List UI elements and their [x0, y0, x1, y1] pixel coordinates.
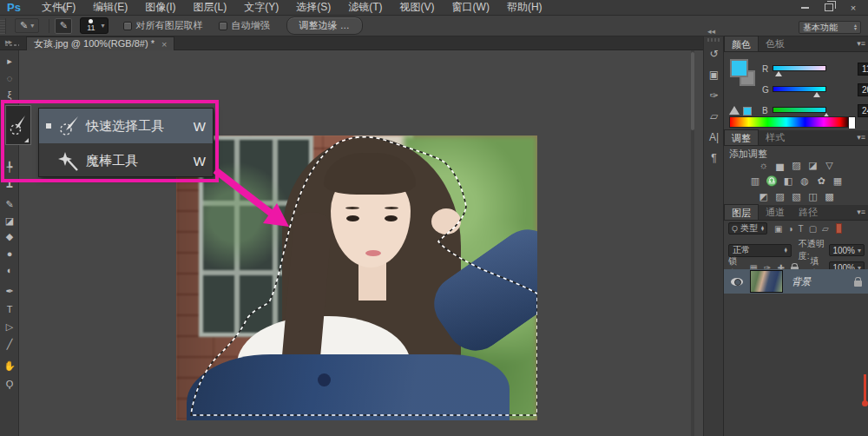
adjustment-icon[interactable]: ▨ [788, 158, 805, 172]
menu-item[interactable]: 滤镜(T) [339, 1, 391, 13]
adjustment-icon[interactable]: ▥ [747, 174, 764, 188]
menu-item[interactable]: 图像(I) [136, 1, 184, 13]
layer-thumbnail[interactable] [750, 270, 783, 293]
path-select-tool[interactable]: ▷ [0, 320, 19, 334]
adjustment-icon[interactable]: ✿ [813, 174, 830, 188]
channel-slider[interactable] [773, 86, 826, 92]
brush-size-picker[interactable]: 11 ▾ [80, 17, 108, 34]
tab-color[interactable]: 颜色 [724, 36, 759, 51]
tab-paths[interactable]: 路径 [792, 204, 825, 220]
paragraph-panel-icon[interactable]: ¶ [704, 148, 724, 168]
clone-source-panel-icon[interactable]: ▱ [704, 106, 724, 127]
menu-item[interactable]: 帮助(H) [498, 1, 551, 13]
hand-tool[interactable]: ✋ [0, 359, 19, 373]
color-spectrum-ramp[interactable] [729, 116, 856, 128]
layer-filter-icon[interactable]: ▢ [809, 224, 817, 234]
close-button[interactable]: × [842, 1, 865, 14]
layer-filter-icon[interactable]: ▱ [822, 224, 829, 234]
tool-preset-picker[interactable]: ✎ ▾ [15, 18, 39, 33]
adjustment-icon[interactable]: ▽ [821, 158, 838, 172]
adjustment-icon[interactable]: ▅ [772, 158, 788, 172]
checkbox-icon[interactable] [123, 22, 132, 30]
panel-menu-icon[interactable]: ▾≡ [857, 133, 865, 142]
quick-selection-tool-button[interactable] [5, 105, 31, 145]
line-tool[interactable]: ╱ [0, 337, 19, 352]
type-tool[interactable]: T [0, 302, 19, 317]
menu-item[interactable]: 文字(Y) [235, 1, 287, 13]
tab-channels[interactable]: 通道 [759, 204, 792, 220]
menu-item[interactable]: 窗口(W) [444, 1, 498, 13]
gamut-warning-icon[interactable] [729, 106, 740, 115]
canvas-scrollbar[interactable] [691, 50, 694, 436]
collapse-panels-icon[interactable]: ◂◂ [707, 27, 715, 36]
layer-filter-icon[interactable]: ▣ [774, 224, 782, 234]
pen-tool[interactable]: ✒ [0, 284, 19, 299]
tab-swatches[interactable]: 色板 [759, 36, 792, 51]
tool-flyout-item[interactable]: 魔棒工具 W [39, 143, 213, 178]
adjustment-icon[interactable]: ☼ [755, 158, 772, 172]
checkbox-icon[interactable] [219, 22, 227, 30]
tab-adjustments[interactable]: 调整 [724, 129, 759, 145]
panel-menu-icon[interactable]: ▾≡ [857, 39, 865, 48]
paint-bucket-tool[interactable]: ◆ [0, 229, 19, 244]
dodge-tool[interactable]: ◐ [0, 263, 19, 278]
adjustment-icon[interactable]: ♎ [764, 174, 780, 188]
restore-button[interactable] [818, 1, 840, 14]
minimize-button[interactable] [793, 1, 816, 14]
auto-enhance-checkbox[interactable]: 自动增强 [219, 19, 270, 32]
clone-stamp-tool[interactable]: ┻ [0, 180, 19, 195]
adjustment-icon[interactable]: ◪ [805, 158, 821, 172]
move-tool[interactable]: ▸ [0, 54, 19, 69]
document-image[interactable] [176, 135, 537, 420]
crop-tool[interactable]: ╄ [0, 160, 19, 175]
channel-slider[interactable] [773, 107, 826, 113]
foreground-color-swatch[interactable] [730, 59, 748, 77]
menu-item[interactable]: 视图(V) [391, 1, 444, 13]
workspace-switcher[interactable]: 基本功能 ▴▾ [799, 21, 861, 34]
actions-panel-icon[interactable]: ▣ [704, 64, 724, 85]
zoom-tool[interactable]: Ϙ [0, 377, 19, 392]
tool-flyout-item[interactable]: 快速选择工具 W [39, 109, 213, 143]
opacity-field[interactable]: 100% ▾ [829, 244, 865, 256]
history-panel-icon[interactable]: ↺ [704, 43, 724, 64]
gamut-color-swatch[interactable] [743, 107, 752, 116]
filter-toggle-icon[interactable] [836, 223, 842, 234]
blur-tool[interactable]: ● [0, 247, 19, 261]
sample-all-layers-checkbox[interactable]: 对所有图层取样 [123, 19, 203, 32]
new-selection-brush-icon[interactable]: ✎ [55, 3, 72, 18]
adjustment-icon[interactable]: ▦ [830, 174, 846, 188]
adjustment-icon[interactable]: ◧ [780, 174, 797, 188]
menu-item[interactable]: 选择(S) [287, 1, 339, 13]
add-selection-brush-icon[interactable]: ✎ [55, 18, 72, 34]
menu-item[interactable]: 图层(L) [185, 1, 236, 13]
layer-filter-icon[interactable]: T [799, 224, 804, 234]
adjustment-icon[interactable]: ▩ [821, 189, 838, 203]
adjustment-icon[interactable]: ◩ [755, 189, 772, 203]
adjustment-icon[interactable]: ◍ [797, 174, 813, 188]
adjustment-icon[interactable]: ▨ [772, 189, 788, 203]
adjustment-icon[interactable]: ▧ [788, 189, 805, 203]
channel-value-field[interactable]: 200 [858, 83, 868, 96]
channel-value-field[interactable]: 247 [858, 104, 868, 117]
eraser-tool[interactable]: ◪ [0, 214, 19, 228]
layer-visibility-eye-icon[interactable] [731, 278, 743, 286]
tab-layers[interactable]: 图层 [724, 204, 759, 220]
brush-tool[interactable]: ✎ [0, 197, 19, 212]
tab-styles[interactable]: 样式 [759, 129, 792, 145]
layer-filter-type-select[interactable]: Ϙ 类型 ▴▾ [728, 222, 767, 235]
slider-thumb-icon[interactable] [813, 92, 820, 97]
channel-slider[interactable] [773, 65, 826, 71]
marquee-tool[interactable]: ◌ [0, 71, 19, 86]
tab-close-icon[interactable]: × [161, 39, 167, 50]
scrollbar-thumb[interactable] [691, 52, 694, 130]
layer-filter-icon[interactable]: ◑ [787, 224, 792, 234]
panel-menu-icon[interactable]: ▾≡ [857, 208, 865, 216]
lasso-tool[interactable]: ξ [0, 88, 19, 102]
layer-row-background[interactable]: 背景 [724, 269, 868, 294]
menu-item[interactable]: 编辑(E) [84, 1, 136, 13]
channel-value-field[interactable]: 11 [858, 63, 868, 76]
document-tab[interactable]: 女孩.jpg @ 100%(RGB/8#) * × [26, 36, 174, 50]
refine-edge-button[interactable]: 调整边缘 … [286, 17, 363, 35]
slider-thumb-icon[interactable] [775, 71, 782, 76]
brush-presets-panel-icon[interactable]: ✑ [704, 85, 724, 106]
